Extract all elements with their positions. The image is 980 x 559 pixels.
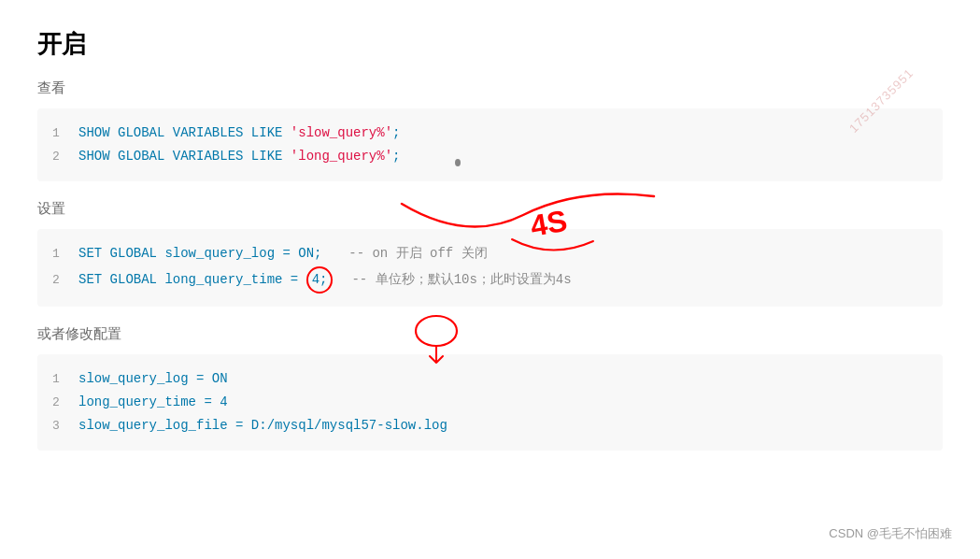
page-title: 开启 — [37, 28, 943, 61]
section-set-label: 设置 — [37, 200, 943, 218]
code-text: SHOW GLOBAL VARIABLES LIKE 'slow_query%'… — [78, 122, 400, 145]
code-line-4: 2 SET GLOBAL long_query_time = 4; -- 单位秒… — [52, 266, 928, 294]
section-view-label: 查看 — [37, 79, 943, 97]
code-block-config: 1 slow_query_log = ON 2 long_query_time … — [37, 354, 943, 452]
code-line-6: 2 long_query_time = 4 — [52, 391, 928, 414]
code-comment: -- on 开启 off 关闭 — [348, 242, 487, 265]
code-text: slow_query_log = ON — [78, 367, 228, 391]
code-block-set: 1 SET GLOBAL slow_query_log = ON; -- on … — [37, 229, 943, 306]
code-text: long_query_time = 4 — [78, 391, 228, 414]
code-text: SET GLOBAL long_query_time = 4; — [78, 266, 333, 294]
line-num: 2 — [52, 269, 67, 291]
line-num: 1 — [52, 122, 67, 144]
code-line-3: 1 SET GLOBAL slow_query_log = ON; -- on … — [52, 242, 928, 265]
circled-value: 4; — [306, 266, 334, 294]
line-num: 2 — [52, 146, 67, 167]
code-line-7: 3 slow_query_log_file = D:/mysql/mysql57… — [52, 414, 928, 437]
code-block-view: 1 SHOW GLOBAL VARIABLES LIKE 'slow_query… — [37, 108, 943, 181]
code-line-5: 1 slow_query_log = ON — [52, 367, 928, 391]
line-num: 1 — [52, 368, 67, 390]
section-config-label: 或者修改配置 — [37, 325, 943, 343]
line-num: 1 — [52, 243, 67, 265]
code-line-2: 2 SHOW GLOBAL VARIABLES LIKE 'long_query… — [52, 145, 928, 168]
line-num: 2 — [52, 392, 67, 413]
code-text: SHOW GLOBAL VARIABLES LIKE 'long_query%'… — [78, 145, 400, 168]
line-num: 3 — [52, 415, 67, 437]
code-text: SET GLOBAL slow_query_log = ON; — [78, 242, 337, 265]
code-line-1: 1 SHOW GLOBAL VARIABLES LIKE 'slow_query… — [52, 122, 928, 145]
csdn-credit: CSDN @毛毛不怕困难 — [829, 525, 952, 542]
code-comment: -- 单位秒；默认10s；此时设置为4s — [351, 268, 571, 292]
code-text: slow_query_log_file = D:/mysql/mysql57-s… — [78, 414, 447, 437]
